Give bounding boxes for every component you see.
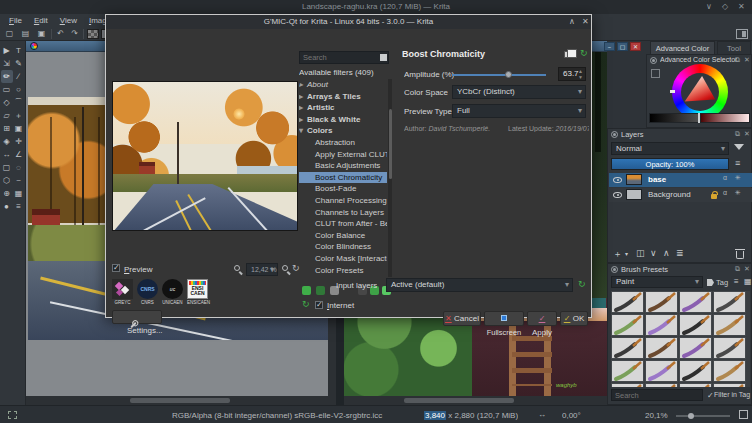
tree-caret-icon[interactable]: ▸ — [299, 114, 307, 126]
tool-button-icon[interactable]: ~ — [13, 174, 25, 187]
tool-button-icon[interactable]: ▶ — [1, 44, 13, 57]
tool-button-icon[interactable]: ∠ — [13, 148, 25, 161]
amplitude-slider-handle[interactable] — [505, 71, 512, 78]
brush-preset-thumbnail[interactable] — [645, 337, 678, 359]
window-close-icon[interactable]: ✕ — [738, 2, 745, 11]
filter-tree-item[interactable]: Channel Processing — [299, 195, 387, 207]
filter-tree-item[interactable]: Color Balance — [299, 230, 387, 242]
filter-tree-item[interactable]: Abstraction — [299, 137, 387, 149]
filter-tree-item[interactable]: CLUT from After - Before — [299, 218, 387, 230]
cancel-button[interactable]: ✕ Cancel — [443, 311, 481, 326]
apply-button[interactable]: ✓ Apply — [527, 311, 557, 326]
close-docker-icon[interactable]: ✕ — [744, 265, 750, 273]
layer-row-base[interactable]: base α ✳ — [609, 173, 752, 187]
brush-preset-thumbnail[interactable] — [679, 383, 712, 387]
dialog-minimize-icon[interactable]: ∧ — [569, 15, 575, 29]
duplicate-layer-icon[interactable]: ◫ — [636, 248, 645, 258]
gradient-swatch-icon[interactable] — [87, 29, 99, 39]
float-docker-icon[interactable]: ⧉ — [735, 56, 740, 64]
tool-button-icon[interactable]: ✏ — [1, 70, 13, 83]
brush-preset-thumbnail[interactable] — [645, 383, 678, 387]
filter-tree-item[interactable]: Color Presets — [299, 265, 387, 277]
window-minimize-icon[interactable]: ∨ — [706, 2, 712, 11]
move-layer-down-icon[interactable]: ∨ — [650, 248, 657, 258]
workspace-chooser-icon[interactable] — [736, 29, 748, 39]
delete-layer-icon[interactable] — [736, 251, 744, 259]
save-document-icon[interactable]: ▣ — [36, 29, 47, 39]
float-docker-icon[interactable]: ⧉ — [735, 265, 740, 273]
layer-lock-icon[interactable] — [711, 194, 717, 199]
previewtype-select[interactable]: Full▾ — [452, 104, 586, 118]
menu-item-edit[interactable]: Edit — [29, 16, 53, 25]
amplitude-spinbox[interactable]: 63.7▲▼ — [558, 67, 586, 81]
brush-preset-thumbnail[interactable] — [611, 383, 644, 387]
opacity-slider[interactable]: Opacity: 100% — [611, 158, 729, 170]
tool-button-icon[interactable]: ▢ — [1, 161, 13, 174]
window-maximize-icon[interactable]: ◇ — [722, 2, 728, 11]
search-clear-icon[interactable] — [380, 54, 387, 61]
tool-button-icon[interactable]: ◈ — [1, 135, 13, 148]
brush-preset-thumbnail[interactable] — [645, 360, 678, 382]
zoom-slider-handle[interactable] — [688, 413, 694, 419]
update-filters-icon[interactable]: ↻ — [302, 300, 310, 309]
zoom-out-icon[interactable] — [234, 265, 240, 271]
brush-preset-thumbnail[interactable] — [679, 314, 712, 336]
tab-tool-options[interactable]: Tool Opt... — [717, 41, 751, 54]
pan-arrows-icon[interactable]: ↔ — [538, 410, 546, 419]
filter-tree-item[interactable]: Boost Chromaticity — [299, 172, 387, 184]
tool-button-icon[interactable]: ⬡ — [1, 174, 13, 187]
shade-slider-handle[interactable] — [698, 113, 700, 123]
move-layer-up-icon[interactable]: ∧ — [663, 248, 670, 258]
tool-button-icon[interactable]: ✎ — [13, 57, 25, 70]
filter-in-tag-check-icon[interactable]: ✓ — [707, 391, 714, 400]
filter-tree-item[interactable]: Apply External CLUT — [299, 149, 387, 161]
filter-tree-item[interactable]: ▸Black & White — [299, 114, 387, 126]
brush-tag-select[interactable]: Paint▾ — [611, 276, 703, 288]
tool-button-icon[interactable]: ▦ — [13, 187, 25, 200]
preview-image[interactable] — [112, 81, 298, 231]
alpha-lock-icon[interactable]: α — [723, 174, 727, 181]
filter-tree-item[interactable]: ▸About — [299, 79, 387, 91]
filter-tree-item[interactable]: Color Mask [Interactive] — [299, 253, 387, 265]
layer-row-background[interactable]: Background α ✳ — [609, 188, 752, 202]
brush-search-input[interactable] — [611, 389, 703, 401]
layer-properties-icon[interactable]: ✳ — [735, 174, 741, 182]
copy-command-icon[interactable] — [564, 51, 572, 58]
grid-view-icon[interactable]: ▦ — [744, 277, 752, 286]
tool-button-icon[interactable]: ▭ — [1, 83, 13, 96]
tool-button-icon[interactable]: ＋ — [13, 109, 25, 122]
filter-tree-item[interactable]: Color Blindness — [299, 241, 387, 253]
tree-caret-icon[interactable]: ▸ — [299, 102, 307, 114]
brush-preset-thumbnail[interactable] — [611, 314, 644, 336]
gmic-dialog-titlebar[interactable]: G'MIC-Qt for Krita - Linux 64 bits - 3.0… — [106, 15, 591, 29]
filter-tree-item[interactable]: Channels to Layers — [299, 207, 387, 219]
tool-button-icon[interactable]: ● — [1, 200, 13, 213]
tool-button-icon[interactable]: ≡ — [13, 200, 25, 213]
close-docker-icon[interactable]: ✕ — [744, 56, 750, 64]
brush-preset-thumbnail[interactable] — [713, 360, 746, 382]
tool-button-icon[interactable]: ∕ — [13, 70, 25, 83]
filter-tree-item[interactable]: Basic Adjustments — [299, 160, 387, 172]
horizontal-scrollbar[interactable] — [26, 396, 336, 405]
layer-thumbnail[interactable] — [626, 174, 642, 185]
colorspace-select[interactable]: YCbCr (Distinct)▾ — [452, 85, 586, 99]
layer-options-icon[interactable]: ≡ — [735, 158, 740, 168]
tool-button-icon[interactable]: ✛ — [13, 135, 25, 148]
tool-button-icon[interactable]: ◇ — [1, 96, 13, 109]
color-settings-icon[interactable] — [651, 69, 660, 78]
preview-checkbox-label[interactable]: Preview — [124, 265, 152, 274]
horizontal-scrollbar[interactable] — [344, 396, 607, 405]
ok-button[interactable]: ✓ OK — [560, 311, 588, 326]
add-layer-dropdown-icon[interactable]: ▾ — [625, 250, 628, 257]
remove-fave-icon[interactable] — [316, 286, 325, 295]
brush-preset-thumbnail[interactable] — [713, 314, 746, 336]
layers-header[interactable]: Layers ⧉ ✕ — [608, 129, 751, 140]
list-view-icon[interactable]: ≡ — [734, 277, 739, 286]
shade-slider-right[interactable] — [700, 113, 750, 123]
tag-button[interactable]: Tag — [716, 278, 728, 287]
tool-button-icon[interactable]: ⌒ — [13, 96, 25, 109]
tree-caret-icon[interactable]: ▸ — [299, 79, 307, 91]
brush-preset-thumbnail[interactable] — [679, 337, 712, 359]
zoom-slider[interactable] — [676, 415, 730, 417]
add-fave-icon[interactable] — [302, 286, 311, 295]
